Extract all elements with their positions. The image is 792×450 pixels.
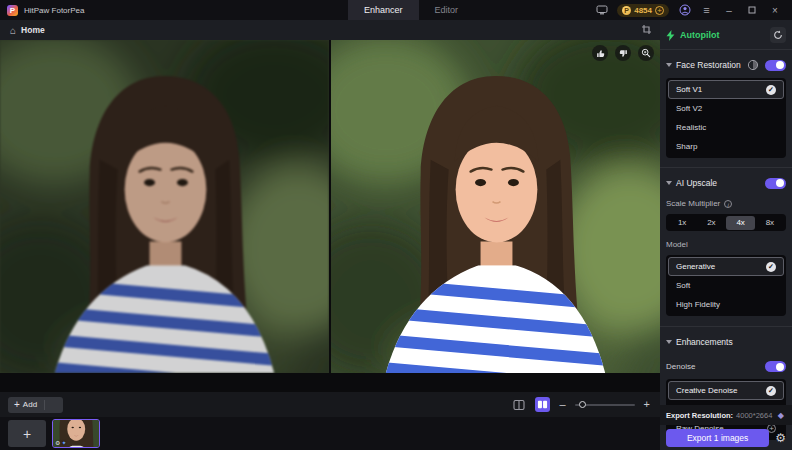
- collapse-triangle-icon: [666, 63, 672, 67]
- scale-segmented-control: 1x 2x 4x 8x: [666, 214, 786, 231]
- export-resolution-label: Export Resolution:: [666, 411, 733, 420]
- crop-view-icon[interactable]: [641, 21, 652, 39]
- tab-enhancer[interactable]: Enhancer: [348, 0, 419, 20]
- image-thumbnail[interactable]: ⚙ ✦: [52, 419, 100, 448]
- ai-upscale-toggle[interactable]: [765, 178, 786, 189]
- zoom-out-button[interactable]: –: [559, 399, 565, 410]
- refresh-button[interactable]: [770, 27, 786, 43]
- coin-icon: P: [622, 6, 631, 15]
- thumbnail-strip: + ⚙ ✦: [0, 417, 660, 450]
- zoom-slider[interactable]: [575, 399, 635, 411]
- add-credits-icon[interactable]: +: [655, 6, 664, 15]
- compare-canvas: Before: 1000*666: [0, 40, 660, 392]
- denoise-label: Denoise: [666, 362, 695, 371]
- before-image-pane[interactable]: Before: 1000*666: [0, 40, 329, 373]
- side-by-side-view-icon[interactable]: [535, 397, 550, 412]
- model-options: Generative ✓ Soft High Fidelity: [666, 255, 786, 316]
- export-resolution-bar: Export Resolution: 4000*2664 ◆: [660, 405, 792, 425]
- premium-diamond-icon[interactable]: ◆: [778, 411, 784, 420]
- app-logo-icon: P: [7, 5, 18, 16]
- scale-8x[interactable]: 8x: [755, 216, 784, 230]
- face-restoration-toggle[interactable]: [765, 60, 786, 71]
- selected-check-icon: ✓: [766, 262, 776, 272]
- scale-4x[interactable]: 4x: [726, 216, 755, 230]
- split-view-icon[interactable]: [511, 397, 526, 412]
- tab-editor[interactable]: Editor: [419, 0, 475, 20]
- model-generative[interactable]: Generative ✓: [668, 257, 784, 276]
- zoom-inspect-icon[interactable]: [638, 45, 654, 61]
- scale-2x[interactable]: 2x: [697, 216, 726, 230]
- export-button[interactable]: Export 1 images: [666, 429, 769, 447]
- maximize-button[interactable]: [745, 5, 759, 16]
- compare-preview-icon[interactable]: [747, 59, 759, 71]
- zoom-slider-knob[interactable]: [579, 401, 586, 408]
- nav-bar: ⌂ Home: [0, 20, 660, 40]
- face-restoration-options: Soft V1 ✓ Soft V2 Realistic Sharp: [666, 78, 786, 158]
- thumbnail-gear-icon: ⚙: [55, 439, 60, 446]
- autopilot-header: Autopilot: [666, 24, 786, 46]
- title-bar: P HitPaw FotorPea Enhancer Editor P 4854…: [0, 0, 792, 20]
- titlebar-actions: P 4854 + ≡ – ×: [595, 4, 792, 17]
- scale-1x[interactable]: 1x: [668, 216, 697, 230]
- thumbnail-status-badges: ⚙ ✦: [55, 439, 66, 446]
- denoise-row: Denoise: [666, 360, 786, 373]
- option-soft-v2[interactable]: Soft V2: [668, 99, 784, 118]
- option-realistic[interactable]: Realistic: [668, 118, 784, 137]
- selected-check-icon: ✓: [766, 386, 776, 396]
- export-row: Export 1 images ⚙: [660, 428, 792, 447]
- enhancements-title: Enhancements: [676, 337, 733, 347]
- account-icon[interactable]: [678, 4, 691, 17]
- device-transfer-icon[interactable]: [595, 4, 608, 17]
- after-image-pane[interactable]: ✓ 4000*2664: [331, 40, 660, 373]
- face-restoration-header[interactable]: Face Restoration: [666, 58, 786, 72]
- add-thumbnail-tile[interactable]: +: [8, 420, 46, 447]
- autopilot-label: Autopilot: [680, 30, 720, 40]
- denoise-toggle[interactable]: [765, 361, 786, 372]
- option-sharp[interactable]: Sharp: [668, 137, 784, 156]
- ai-upscale-header[interactable]: AI Upscale: [666, 176, 786, 190]
- thumbs-up-icon[interactable]: [592, 45, 608, 61]
- bolt-icon: [666, 30, 675, 41]
- add-label: Add: [23, 400, 37, 409]
- model-soft[interactable]: Soft: [668, 276, 784, 295]
- selected-check-icon: ✓: [766, 85, 776, 95]
- home-label: Home: [21, 25, 45, 35]
- info-icon[interactable]: i: [724, 200, 732, 208]
- export-resolution-value: 4000*2664: [736, 411, 772, 420]
- collapse-triangle-icon: [666, 181, 672, 185]
- bottom-toolbar: + Add – +: [0, 392, 660, 417]
- app-window: P HitPaw FotorPea Enhancer Editor P 4854…: [0, 0, 792, 450]
- enhancements-header[interactable]: Enhancements: [666, 335, 786, 349]
- scale-multiplier-label: Scale Multiplier i: [666, 199, 786, 208]
- face-restoration-title: Face Restoration: [676, 60, 741, 70]
- ai-upscale-title: AI Upscale: [676, 178, 717, 188]
- home-icon: ⌂: [10, 25, 16, 36]
- denoise-creative[interactable]: Creative Denoise ✓: [668, 381, 784, 400]
- thumbs-down-icon[interactable]: [615, 45, 631, 61]
- settings-panel: Autopilot Face Restoration Soft V1 ✓ Sof…: [660, 20, 792, 450]
- export-settings-gear-icon[interactable]: ⚙: [775, 432, 786, 444]
- app-title: HitPaw FotorPea: [24, 6, 84, 15]
- collapse-triangle-icon: [666, 340, 672, 344]
- view-controls: – +: [511, 397, 650, 412]
- add-plus-icon: +: [14, 400, 20, 410]
- credits-badge[interactable]: P 4854 +: [617, 4, 669, 17]
- close-button[interactable]: ×: [768, 5, 782, 16]
- thumbnail-ai-icon: ✦: [61, 439, 66, 446]
- model-high-fidelity[interactable]: High Fidelity: [668, 295, 784, 314]
- minimize-button[interactable]: –: [722, 5, 736, 16]
- model-label: Model: [666, 240, 786, 249]
- option-soft-v1[interactable]: Soft V1 ✓: [668, 80, 784, 99]
- add-image-button[interactable]: + Add: [8, 397, 63, 413]
- menu-icon[interactable]: ≡: [700, 4, 713, 17]
- main-tabs: Enhancer Editor: [348, 0, 474, 20]
- home-button[interactable]: ⌂ Home: [10, 25, 45, 36]
- rate-bar: [592, 45, 654, 61]
- credits-amount: 4854: [634, 6, 652, 15]
- zoom-in-button[interactable]: +: [644, 399, 650, 410]
